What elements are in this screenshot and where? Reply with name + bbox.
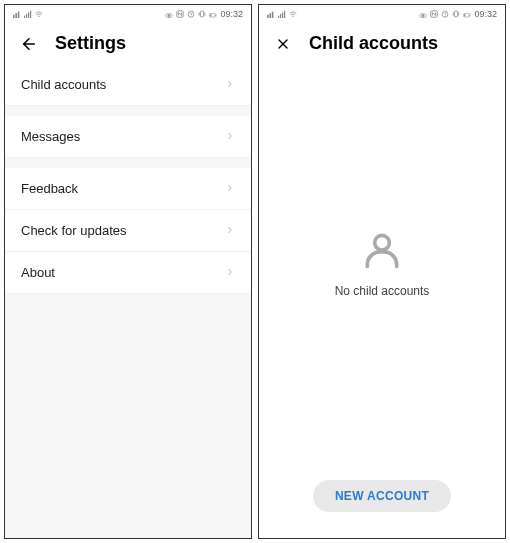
svg-rect-3 [24,16,25,18]
bottom-bar: NEW ACCOUNT [259,462,505,538]
wifi-icon [289,10,297,18]
svg-rect-6 [30,11,31,18]
settings-screen: 09:32 Settings Child accounts Messages F… [4,4,252,539]
svg-rect-12 [201,11,204,17]
nfc-icon [176,10,184,18]
page-title: Child accounts [309,33,438,54]
eye-icon [165,10,173,18]
svg-point-34 [375,235,390,250]
battery-icon [209,10,217,18]
child-accounts-body: No child accounts NEW ACCOUNT [259,64,505,538]
settings-item-messages[interactable]: Messages [5,116,251,158]
wifi-icon [35,10,43,18]
settings-list: Child accounts Messages Feedback Check f… [5,64,251,538]
vibrate-icon [198,10,206,18]
new-account-button[interactable]: NEW ACCOUNT [313,480,451,512]
list-item-label: Feedback [21,181,78,196]
svg-rect-31 [465,15,466,17]
vibrate-icon [452,10,460,18]
list-item-label: Check for updates [21,223,127,238]
svg-rect-30 [470,15,471,17]
chevron-right-icon [225,265,235,280]
svg-rect-16 [267,15,269,18]
svg-point-7 [38,16,39,17]
svg-rect-20 [280,14,281,18]
svg-point-25 [422,14,424,16]
list-item-label: Child accounts [21,77,106,92]
close-icon[interactable] [273,34,293,54]
svg-point-23 [292,16,293,17]
sim-icon [267,10,275,18]
svg-rect-1 [15,13,17,18]
child-accounts-screen: 09:32 Child accounts No child accounts N… [258,4,506,539]
status-time: 09:32 [474,9,497,19]
svg-rect-17 [269,13,271,18]
page-title: Settings [55,33,126,54]
list-item-label: About [21,265,55,280]
svg-rect-28 [455,11,458,17]
alarm-icon [441,10,449,18]
empty-state-text: No child accounts [335,284,430,298]
signal-icon [278,10,286,18]
status-time: 09:32 [220,9,243,19]
svg-rect-14 [216,15,217,17]
settings-item-check-updates[interactable]: Check for updates [5,210,251,252]
back-icon[interactable] [19,34,39,54]
status-bar: 09:32 [259,5,505,23]
svg-rect-4 [26,14,27,18]
chevron-right-icon [225,223,235,238]
svg-rect-15 [211,15,212,17]
status-bar: 09:32 [5,5,251,23]
header: Settings [5,23,251,64]
svg-rect-0 [13,15,15,18]
battery-icon [463,10,471,18]
eye-icon [419,10,427,18]
svg-rect-22 [284,11,285,18]
settings-item-feedback[interactable]: Feedback [5,168,251,210]
svg-rect-2 [18,12,20,18]
settings-item-about[interactable]: About [5,252,251,294]
list-item-label: Messages [21,129,80,144]
svg-rect-18 [272,12,274,18]
svg-rect-21 [282,12,283,18]
chevron-right-icon [225,77,235,92]
alarm-icon [187,10,195,18]
chevron-right-icon [225,181,235,196]
empty-state: No child accounts [259,64,505,462]
header: Child accounts [259,23,505,64]
sim-icon [13,10,21,18]
settings-item-child-accounts[interactable]: Child accounts [5,64,251,106]
svg-rect-19 [278,16,279,18]
svg-point-9 [168,14,170,16]
chevron-right-icon [225,129,235,144]
svg-rect-5 [28,12,29,18]
person-icon [360,228,404,272]
signal-icon [24,10,32,18]
nfc-icon [430,10,438,18]
